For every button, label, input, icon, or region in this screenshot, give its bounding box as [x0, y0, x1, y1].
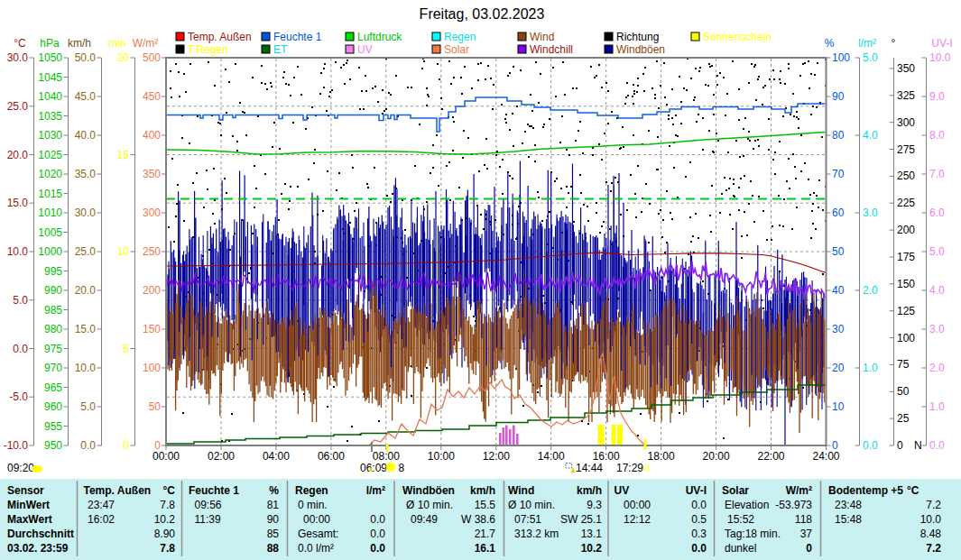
- svg-text:09:56: 09:56: [195, 499, 222, 511]
- svg-text:37: 37: [800, 528, 813, 540]
- svg-text:45.0: 45.0: [75, 90, 97, 103]
- svg-text:15.0: 15.0: [7, 197, 29, 209]
- svg-text:8.0: 8.0: [929, 129, 945, 142]
- svg-text:0.0: 0.0: [863, 439, 878, 452]
- svg-text:°C: °C: [907, 484, 919, 497]
- svg-text:MaxWert: MaxWert: [7, 513, 52, 526]
- svg-text:04:00: 04:00: [263, 450, 290, 463]
- svg-text:200: 200: [143, 284, 161, 297]
- svg-text:Tag:18 min.: Tag:18 min.: [725, 528, 781, 540]
- svg-text:35.0: 35.0: [75, 168, 97, 180]
- svg-text:1020: 1020: [38, 168, 62, 180]
- svg-text:Luftdruck: Luftdruck: [357, 31, 402, 43]
- svg-text:Sensor: Sensor: [7, 484, 44, 497]
- svg-text:100: 100: [897, 332, 915, 344]
- svg-text:l/m²: l/m²: [858, 37, 876, 50]
- svg-text:125: 125: [897, 305, 915, 317]
- svg-text:400: 400: [143, 129, 161, 142]
- svg-text:06:00: 06:00: [318, 450, 345, 463]
- svg-text:9.3: 9.3: [587, 499, 602, 511]
- svg-text:°: °: [892, 37, 896, 50]
- svg-text:11:39: 11:39: [195, 513, 221, 526]
- svg-text:0 min.: 0 min.: [298, 499, 328, 511]
- svg-text:21.7: 21.7: [475, 528, 496, 540]
- svg-text:300: 300: [897, 116, 915, 129]
- svg-text:Windböen: Windböen: [616, 43, 665, 56]
- svg-text:Windchill: Windchill: [530, 43, 573, 56]
- svg-text:1005: 1005: [38, 226, 62, 239]
- svg-text:5.0: 5.0: [863, 51, 878, 64]
- svg-text:25: 25: [897, 412, 910, 425]
- svg-text:225: 225: [897, 197, 915, 209]
- svg-text:23:48: 23:48: [835, 499, 862, 511]
- svg-text:14:44: 14:44: [576, 462, 603, 474]
- svg-text:km/h: km/h: [470, 484, 495, 497]
- svg-text:Regen: Regen: [444, 31, 476, 43]
- svg-text:13.1: 13.1: [581, 528, 603, 540]
- svg-text:0.0 l/m²: 0.0 l/m²: [298, 542, 334, 555]
- svg-text:350: 350: [143, 168, 161, 180]
- svg-text:450: 450: [143, 90, 161, 103]
- svg-text:10.0: 10.0: [75, 362, 97, 374]
- svg-text:1015: 1015: [38, 188, 62, 200]
- svg-text:10: 10: [832, 400, 845, 413]
- svg-text:313.2 km: 313.2 km: [514, 528, 559, 540]
- svg-text:7.8: 7.8: [160, 499, 175, 511]
- svg-text:22:00: 22:00: [757, 450, 784, 463]
- svg-text:03.02. 23:59: 03.02. 23:59: [7, 542, 69, 555]
- svg-text:Richtung: Richtung: [616, 31, 659, 43]
- svg-text:min: min: [108, 37, 125, 50]
- svg-text:2.0: 2.0: [863, 284, 878, 297]
- svg-text:10:00: 10:00: [428, 450, 455, 463]
- svg-text:Feuchte 1: Feuchte 1: [273, 31, 322, 43]
- svg-text:30.0: 30.0: [75, 207, 97, 219]
- svg-text:50: 50: [897, 385, 910, 398]
- svg-text:Windböen: Windböen: [402, 484, 455, 497]
- svg-text:15:52: 15:52: [727, 513, 754, 526]
- svg-text:175: 175: [897, 251, 915, 263]
- svg-text:15.0: 15.0: [75, 323, 97, 335]
- svg-text:6.0: 6.0: [929, 207, 945, 219]
- svg-text:09:20: 09:20: [7, 462, 34, 474]
- svg-text:20: 20: [832, 362, 845, 374]
- svg-text:970: 970: [44, 362, 62, 374]
- svg-text:200: 200: [897, 224, 915, 236]
- svg-text:10.2: 10.2: [154, 513, 176, 526]
- svg-text:40.0: 40.0: [75, 129, 97, 142]
- svg-text:1.0: 1.0: [929, 400, 945, 413]
- svg-text:990: 990: [44, 284, 62, 297]
- svg-text:1000: 1000: [38, 245, 62, 258]
- svg-text:0.5: 0.5: [691, 513, 707, 526]
- svg-text:0.0: 0.0: [370, 542, 385, 555]
- svg-text:4.0: 4.0: [863, 129, 878, 142]
- svg-text:500: 500: [143, 51, 161, 64]
- svg-text:10.0: 10.0: [929, 51, 951, 64]
- svg-text:T.Regen: T.Regen: [188, 43, 228, 56]
- svg-text:90: 90: [832, 90, 845, 103]
- svg-text:15: 15: [117, 149, 130, 161]
- svg-text:0.0: 0.0: [370, 513, 385, 526]
- svg-text:1010: 1010: [38, 207, 62, 219]
- svg-text:ET: ET: [273, 43, 288, 56]
- svg-text:950: 950: [44, 439, 62, 452]
- svg-text:50: 50: [832, 245, 845, 258]
- svg-text:88: 88: [267, 542, 280, 555]
- svg-text:14:00: 14:00: [538, 450, 565, 463]
- svg-text:75: 75: [897, 358, 910, 371]
- svg-text:hPa: hPa: [40, 37, 60, 50]
- svg-text:Solar: Solar: [444, 43, 469, 56]
- svg-text:1.0: 1.0: [863, 362, 878, 374]
- svg-text:0.0: 0.0: [370, 528, 385, 540]
- svg-text:20.0: 20.0: [75, 284, 97, 297]
- svg-text:7.8: 7.8: [160, 542, 175, 555]
- svg-text:km/h: km/h: [577, 484, 602, 497]
- svg-text:80: 80: [832, 129, 845, 142]
- svg-text:Ø 10 min.: Ø 10 min.: [406, 499, 453, 511]
- svg-text:25.0: 25.0: [75, 245, 97, 258]
- svg-text:10: 10: [117, 245, 130, 258]
- svg-text:%: %: [269, 484, 279, 497]
- svg-text:5.0: 5.0: [13, 294, 28, 307]
- svg-text:90: 90: [267, 513, 280, 526]
- svg-text:12:12: 12:12: [624, 513, 651, 526]
- svg-text:150: 150: [143, 323, 161, 335]
